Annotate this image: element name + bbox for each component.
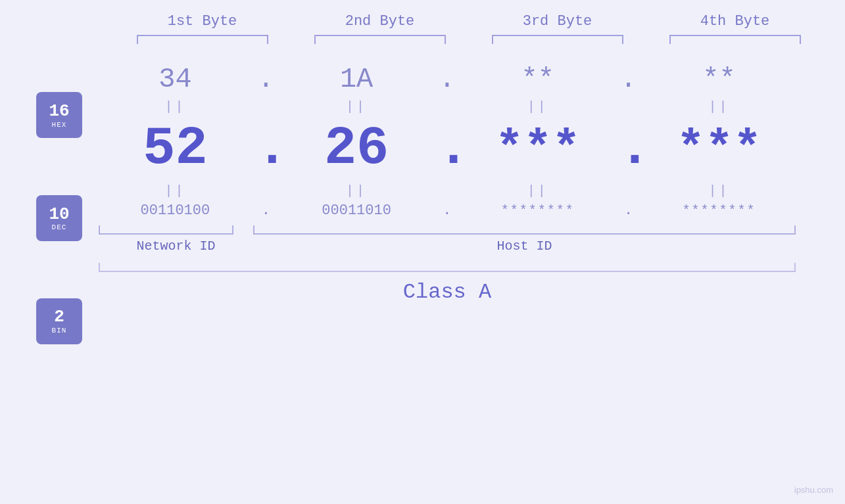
dec-badge: 10 DEC [36,195,82,241]
byte-label-1: 1st Byte [130,13,275,30]
dec-byte2: 26 [284,118,429,179]
equals-row-1: || || || || [92,97,802,117]
dec-dot1: . [256,122,276,176]
bin-byte3: ******** [466,203,610,218]
eq8: || [646,183,791,198]
bracket-4 [669,35,801,44]
eq1: || [103,99,247,114]
bin-row: 00110100 . 00011010 . ******** . *******… [92,202,802,219]
hex-badge: 16 HEX [36,92,82,138]
bin-badge: 2 BIN [36,298,82,344]
byte-headers: 1st Byte 2nd Byte 3rd Byte 4th Byte [114,13,824,30]
dec-byte3: *** [466,122,610,176]
hex-byte3: ** [466,64,610,95]
byte-label-2: 2nd Byte [308,13,452,30]
footer-text: ipshu.com [794,485,833,495]
hex-row: 34 . 1A . ** . ** [92,64,802,95]
class-label: Class A [92,280,802,304]
host-id-label: Host ID [253,239,796,254]
top-brackets [114,35,824,44]
hex-byte4: ** [646,64,791,95]
host-bracket [253,225,796,235]
byte-label-4: 4th Byte [663,13,808,30]
hex-dot2: . [437,64,457,95]
dec-byte1: 52 [103,118,247,179]
hex-byte1: 34 [103,64,247,95]
content-area: 16 HEX 10 DEC 2 BIN 34 . 1A . ** . ** [0,64,845,373]
bin-byte2: 00011010 [284,202,429,219]
bin-dot2: . [437,202,457,219]
dec-dot2: . [437,122,457,176]
bin-byte4: ******** [646,203,791,218]
bin-byte1: 00110100 [103,202,247,219]
dec-byte4: *** [646,122,791,176]
hex-dot3: . [619,64,639,95]
eq7: || [466,183,610,198]
eq5: || [103,183,247,198]
eq6: || [284,183,429,198]
bracket-2 [314,35,446,44]
network-bracket [99,225,233,235]
eq4: || [646,99,791,114]
eq3: || [466,99,610,114]
badges-column: 16 HEX 10 DEC 2 BIN [0,64,92,373]
bottom-brackets [92,225,802,235]
hex-dot1: . [256,64,276,95]
bracket-1 [137,35,268,44]
main-container: 1st Byte 2nd Byte 3rd Byte 4th Byte 16 H… [0,0,845,504]
bin-dot3: . [619,202,639,219]
equals-row-2: || || || || [92,181,802,201]
eq2: || [284,99,429,114]
class-bracket [99,263,796,272]
bracket-3 [492,35,623,44]
network-id-label: Network ID [99,239,253,254]
class-bracket-line [99,263,796,272]
dec-dot3: . [619,122,639,176]
id-labels: Network ID Host ID [92,239,802,254]
hex-byte2: 1A [284,64,429,95]
bin-dot1: . [256,202,276,219]
data-rows: 34 . 1A . ** . ** || || || || 52 [92,64,802,304]
dec-row: 52 . 26 . *** . *** [92,118,802,179]
byte-label-3: 3rd Byte [485,13,630,30]
